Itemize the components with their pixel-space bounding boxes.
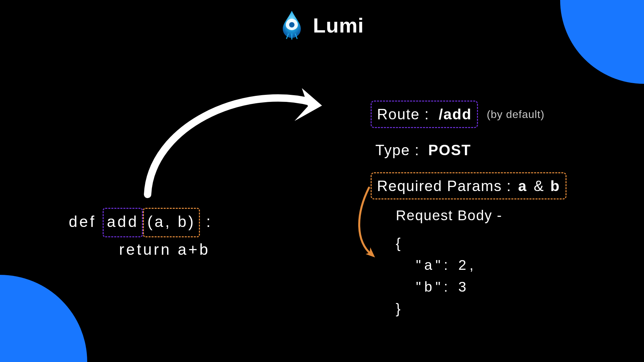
svg-point-0 (289, 22, 294, 27)
request-kv-a: "a": 2, (416, 254, 502, 276)
func-name: add (107, 213, 139, 230)
required-p2: b (550, 175, 560, 197)
required-amp: & (534, 175, 543, 197)
keyword-def: def (69, 213, 96, 230)
request-kv-b: "b": 3 (416, 276, 502, 298)
func-params: (a, b) (147, 213, 195, 230)
request-body: Request Body - { "a": 2, "b": 3 } (396, 204, 502, 319)
type-row: Type : POST (375, 139, 567, 161)
required-params-row: Required Params : a & b (371, 172, 567, 200)
type-value: POST (428, 139, 471, 161)
type-label: Type : (375, 139, 420, 161)
route-label: Route : (377, 104, 429, 125)
request-title: Request Body - (396, 204, 502, 226)
lumi-logo-icon (280, 10, 304, 40)
main-arrow-icon (148, 88, 322, 194)
params-box-left: (a, b) (143, 208, 200, 237)
required-p1: a (518, 175, 527, 197)
corner-bottom-left-shape (0, 275, 87, 362)
brace-close: } (396, 298, 502, 319)
brace-open: { (396, 232, 502, 254)
code-line-return: return a+b (119, 237, 212, 262)
colon: : (206, 213, 213, 230)
code-snippet: def add(a, b) : return a+b (69, 208, 212, 262)
brand-title: Lumi (313, 13, 364, 37)
route-value: /add (439, 104, 472, 125)
route-note: (by default) (487, 107, 544, 122)
required-label: Required Params : (377, 175, 512, 197)
route-row: Route : /add (by default) (371, 101, 567, 128)
header: Lumi (0, 10, 644, 40)
route-box: Route : /add (371, 101, 478, 128)
required-params-box: Required Params : a & b (371, 172, 567, 200)
func-name-box: add (103, 208, 143, 237)
code-line-def: def add(a, b) : (69, 208, 212, 237)
info-column: Route : /add (by default) Type : POST Re… (371, 101, 567, 211)
